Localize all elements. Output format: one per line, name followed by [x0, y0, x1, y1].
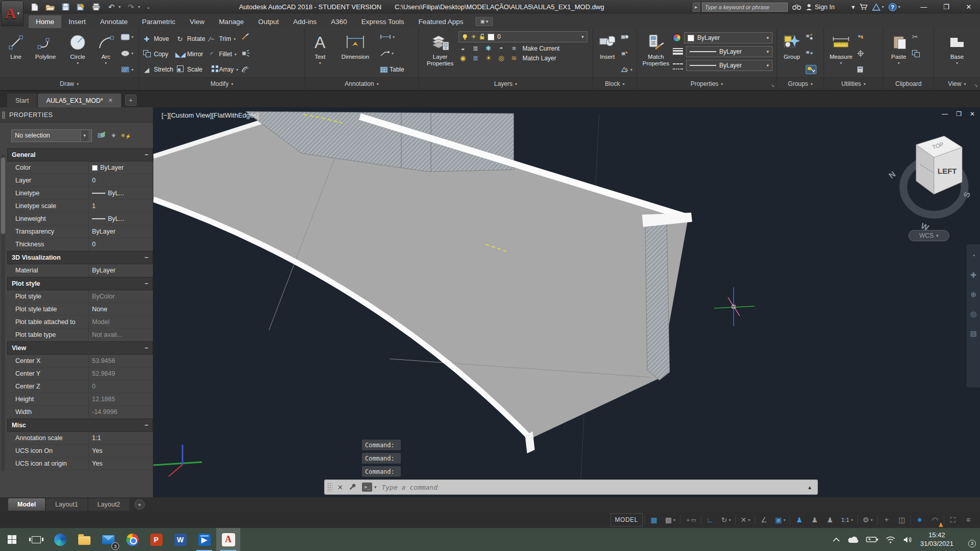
- start-button[interactable]: [0, 528, 24, 551]
- copy-button[interactable]: Copy: [142, 47, 173, 62]
- prop-row-linetype-scale[interactable]: Linetype scale1: [12, 200, 153, 213]
- command-line-bar[interactable]: ✕ >_ ▾ ▲: [324, 479, 818, 495]
- layer-thaw-icon[interactable]: ☀: [484, 54, 493, 62]
- taskbar-clock[interactable]: 15:42 31/03/2021: [920, 531, 953, 548]
- graphics-performance-icon[interactable]: ◠: [928, 513, 942, 526]
- layer-isolate-icon[interactable]: ≣: [471, 44, 480, 52]
- new-file-icon[interactable]: [30, 3, 40, 12]
- battery-icon[interactable]: [866, 536, 878, 543]
- drawing-restore-icon[interactable]: ❐: [956, 110, 962, 118]
- prop-row-lineweight[interactable]: LineweightByL...: [12, 213, 153, 225]
- help-button[interactable]: ?▾: [888, 3, 900, 11]
- offset-icon[interactable]: [241, 65, 250, 74]
- object-color-combo[interactable]: ByLayer ▾: [684, 32, 772, 43]
- prop-row-plot-style-table[interactable]: Plot style tableNone: [12, 303, 153, 316]
- array-dropdown-icon[interactable]: ▾: [236, 67, 238, 72]
- table-button[interactable]: Table: [380, 65, 404, 74]
- layer-select-combo[interactable]: ☀ 0 ▾: [459, 31, 587, 42]
- block-attribute-icon[interactable]: ▾: [621, 65, 632, 74]
- panel-label-properties[interactable]: Properties▾↘: [637, 77, 777, 90]
- prop-row-ucs-icon-origin[interactable]: UCS icon at originYes: [12, 457, 153, 470]
- match-properties-button[interactable]: Match Properties: [639, 29, 673, 66]
- navbar-zoom-icon[interactable]: ⊕: [970, 290, 976, 299]
- layer-sun-icon[interactable]: ☀: [471, 33, 476, 40]
- make-current-button[interactable]: Make Current: [522, 45, 560, 52]
- taskbar-mail[interactable]: 3: [96, 528, 120, 551]
- layer-lock-icon[interactable]: ◓: [497, 44, 506, 52]
- insert-button[interactable]: Insert: [595, 29, 620, 60]
- taskbar-movies-tv[interactable]: ▶: [192, 528, 216, 551]
- redo-dropdown-icon[interactable]: ▾: [138, 5, 140, 9]
- taskbar-file-explorer[interactable]: [72, 528, 96, 551]
- layer-unlock-icon[interactable]: [480, 34, 485, 40]
- leader-icon[interactable]: ▾: [380, 49, 404, 58]
- polyline-button[interactable]: Polyline: [30, 29, 61, 60]
- tab-insert[interactable]: Insert: [61, 15, 93, 28]
- hatch-tool-icon[interactable]: ▾: [121, 65, 133, 74]
- clean-screen-toggle[interactable]: ⛶: [946, 513, 960, 526]
- quick-calculator-icon[interactable]: [857, 65, 865, 74]
- grid-display-toggle[interactable]: ▦: [647, 513, 660, 526]
- panel-label-modify[interactable]: Modify▾: [139, 77, 305, 90]
- minimize-button[interactable]: —: [913, 1, 935, 13]
- sign-in-button[interactable]: Sign In ▾: [806, 3, 855, 11]
- taskbar-autocad[interactable]: A: [216, 528, 240, 551]
- text-dropdown-icon[interactable]: ▾: [319, 61, 321, 65]
- move-button[interactable]: ✚Move: [142, 31, 173, 47]
- prop-row-annotation-scale[interactable]: Annotation scale1:1: [12, 432, 153, 445]
- tab-home[interactable]: Home: [29, 15, 61, 28]
- isometric-drafting-toggle[interactable]: ✕▾: [738, 513, 753, 526]
- layer-combo-dropdown-icon[interactable]: ▾: [581, 34, 584, 39]
- rectangle-tool-icon[interactable]: ▾: [121, 32, 133, 41]
- model-viewport[interactable]: [−][Custom View][FlatWithEdges] — ❐ ✕ N …: [153, 107, 980, 497]
- task-view-button[interactable]: [24, 528, 48, 551]
- prop-row-width[interactable]: Width-14.9996: [12, 406, 153, 419]
- section-header-view[interactable]: View−: [7, 341, 153, 355]
- taskbar-chrome[interactable]: [120, 528, 144, 551]
- volume-icon[interactable]: [903, 536, 913, 543]
- object-snap-tracking-toggle[interactable]: ∠: [757, 513, 770, 526]
- palette-scrollbar[interactable]: [1, 154, 5, 471]
- select-objects-icon[interactable]: ⌖: [111, 131, 116, 140]
- layer-properties-button[interactable]: Layer Properties: [422, 29, 459, 66]
- panel-label-annotation[interactable]: Annotation▾: [305, 77, 418, 90]
- tab-model[interactable]: Model: [8, 498, 45, 511]
- measure-button[interactable]: Measure ▾: [826, 29, 856, 65]
- wifi-icon[interactable]: [885, 536, 896, 543]
- scale-button[interactable]: Scale: [175, 62, 205, 77]
- match-layer-button[interactable]: Match Layer: [522, 55, 556, 62]
- search-collapse-icon[interactable]: ▸: [693, 3, 700, 12]
- block-edit-icon[interactable]: [621, 49, 632, 58]
- tab-annotate[interactable]: Annotate: [93, 15, 135, 28]
- panel-label-groups[interactable]: Groups▾: [777, 77, 824, 90]
- plot-icon[interactable]: [91, 3, 101, 12]
- paste-button[interactable]: Paste ▾: [886, 29, 911, 65]
- ortho-mode-toggle[interactable]: ∟: [703, 513, 717, 526]
- selection-combo-dropdown-icon[interactable]: ▾: [80, 130, 88, 141]
- circle-dropdown-icon[interactable]: ▾: [77, 61, 79, 65]
- taskbar-word[interactable]: W: [168, 528, 192, 551]
- section-header-plot-style[interactable]: Plot style−: [7, 277, 153, 290]
- model-right-flange-hatch[interactable]: [645, 218, 670, 380]
- linetype-icon[interactable]: [673, 63, 683, 70]
- prop-row-thickness[interactable]: Thickness0: [12, 238, 153, 251]
- close-button[interactable]: ✕: [958, 1, 980, 13]
- undo-dropdown-icon[interactable]: ▾: [119, 5, 121, 9]
- tab-layout1[interactable]: Layout1: [46, 498, 87, 511]
- rotate-button[interactable]: ↻Rotate: [175, 31, 205, 47]
- close-tab-icon[interactable]: ✕: [108, 97, 113, 104]
- isolate-objects-toggle[interactable]: ◫: [895, 513, 908, 526]
- arc-button[interactable]: Arc ▾: [94, 29, 118, 65]
- restore-button[interactable]: ❐: [935, 1, 958, 13]
- tab-addins[interactable]: Add-ins: [286, 15, 324, 28]
- panel-label-draw[interactable]: Draw▾: [0, 77, 139, 90]
- color-combo-dropdown-icon[interactable]: ▾: [766, 35, 769, 40]
- polar-tracking-toggle[interactable]: ↻▾: [719, 513, 734, 526]
- panel-label-utilities[interactable]: Utilities▾: [824, 77, 883, 90]
- section-header-3d-visualization[interactable]: 3D Visualization−: [7, 251, 153, 264]
- navbar-motion-icon[interactable]: ▤: [970, 329, 976, 337]
- arc-dropdown-icon[interactable]: ▾: [105, 61, 107, 65]
- command-input[interactable]: [376, 481, 807, 493]
- dimension-button[interactable]: Dimension: [335, 29, 376, 60]
- line-button[interactable]: Line: [4, 29, 28, 60]
